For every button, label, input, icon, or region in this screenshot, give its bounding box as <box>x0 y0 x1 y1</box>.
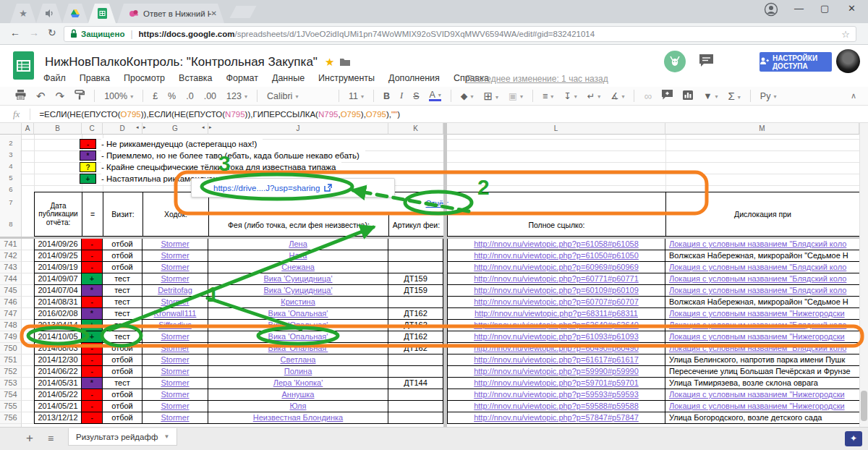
cell-link[interactable]: Kronwall111 <box>154 309 197 318</box>
legend-swatch[interactable]: - <box>80 139 96 149</box>
vertical-scrollbar[interactable] <box>859 123 868 427</box>
more-formats-button[interactable]: 123 <box>226 91 247 101</box>
cell-date[interactable]: 2014/05/31 <box>34 378 82 389</box>
italic-button[interactable]: I <box>400 90 403 101</box>
cell-link[interactable]: Stormer <box>161 390 189 399</box>
cell-link[interactable]: Вика 'Опальная' <box>268 332 328 341</box>
cell-location[interactable]: Волжская Набережная, микрорайон "Седьмое… <box>665 250 859 262</box>
cell-url[interactable]: http://nnov.nu/viewtopic.php?p=60490#p60… <box>447 343 665 355</box>
cell-hodok[interactable]: Stormer <box>142 239 208 250</box>
cell-date[interactable]: 2014/09/25 <box>34 250 82 262</box>
cell-feya[interactable]: Ната <box>208 250 388 262</box>
row-number[interactable]: 750 <box>0 343 22 355</box>
row-number[interactable]: 743 <box>0 262 22 273</box>
cell-link[interactable]: http://nnov.nu/viewtopic.php?p=61093#p61… <box>474 332 639 341</box>
cell-link[interactable]: Локация с условным названием "Нижегородс… <box>669 309 845 318</box>
new-tab-button[interactable] <box>229 6 256 18</box>
cell-location[interactable]: Локация с условным названием "Блядский к… <box>665 320 859 331</box>
google-sheets-logo[interactable] <box>13 51 34 82</box>
cell-feya[interactable]: Лера 'Кнопка' <box>208 378 388 389</box>
cell-link[interactable]: http://nnov.nu/viewtopic.php?p=60969#p60… <box>474 263 639 271</box>
cell-visit[interactable]: тест <box>103 297 142 308</box>
cell-location[interactable]: Волжская Набережная, микрорайон "Седьмое… <box>665 297 859 308</box>
legend-swatch[interactable]: ? <box>80 162 96 172</box>
cell-feya[interactable]: Полина <box>208 366 388 378</box>
cell-location[interactable]: Улица Богородского, возле детского сада <box>665 412 859 424</box>
cell-feya[interactable]: Лена <box>208 239 388 250</box>
cell-link[interactable]: Лера 'Кнопка' <box>273 378 323 387</box>
column-header-J[interactable]: J <box>208 123 388 135</box>
cell-location[interactable]: Локация с условным названием "Нижегородс… <box>665 389 859 401</box>
frozen-columns-divider[interactable] <box>443 123 447 427</box>
hidden-columns-marker[interactable]: ▸ <box>209 124 212 130</box>
cell-link[interactable]: Локация с условным названием "Блядский к… <box>669 263 846 271</box>
cell-location[interactable]: Локация с условным названием "Блядский к… <box>665 285 859 297</box>
row-number[interactable]: 748 <box>0 320 22 331</box>
cell-link[interactable]: Stormer <box>161 239 189 248</box>
cell-hodok[interactable]: Stormer <box>142 331 208 343</box>
cell-date[interactable]: 2014/10/05 <box>34 331 82 343</box>
cell-hodok[interactable]: Stormer <box>142 343 208 355</box>
cell-hodok[interactable]: Stormer <box>142 297 208 308</box>
menu-item[interactable]: Просмотр <box>124 73 165 83</box>
cell-link[interactable]: Stormer <box>161 355 189 364</box>
sheet-tab[interactable]: Ризультатэ рейдафф ▼ <box>68 428 177 446</box>
cell-link[interactable]: http://nnov.nu/viewtopic.php?p=61617#p61… <box>474 355 639 364</box>
browser-profile-icon[interactable] <box>764 2 778 19</box>
window-close-button[interactable]: ✕ <box>848 3 856 14</box>
share-button[interactable]: НАСТРОЙКИ ДОСТУПА <box>760 52 832 72</box>
cell-mark[interactable]: * <box>82 285 103 297</box>
row-number[interactable]: 753 <box>0 378 22 389</box>
cell-link[interactable]: Ната <box>289 251 307 260</box>
cell-artikul[interactable]: ДТ144 <box>388 378 443 389</box>
cell-date[interactable]: 2014/07/04 <box>34 285 82 297</box>
column-header-A[interactable]: A <box>22 123 34 135</box>
menu-item[interactable]: Файл <box>43 73 66 83</box>
cell-artikul[interactable] <box>388 366 443 378</box>
undo-icon[interactable]: ↶ <box>36 90 46 103</box>
menu-item[interactable]: Дополнения <box>388 73 440 83</box>
cell-link[interactable]: Stormer <box>161 367 189 375</box>
header-cell-url[interactable]: Полное сцылко: <box>447 214 666 237</box>
cell-visit[interactable]: тест <box>103 378 142 389</box>
comments-icon[interactable] <box>699 54 714 70</box>
frozen-rows-divider[interactable] <box>0 237 859 239</box>
cell-link[interactable]: Stormer <box>161 332 189 341</box>
cell-link[interactable]: http://nnov.nu/viewtopic.php?p=61050#p61… <box>474 251 639 260</box>
cell-link[interactable]: Юля <box>290 402 307 410</box>
cell-link[interactable]: http://nnov.nu/viewtopic.php?p=60109#p60… <box>474 286 639 294</box>
cell-hodok[interactable]: Stormer <box>142 273 208 285</box>
cell-mark[interactable]: - <box>82 366 103 378</box>
cell-location[interactable]: Локация с условным названием "Нижегородс… <box>665 331 859 343</box>
cell-link[interactable]: Вика 'Опальная' <box>268 320 328 329</box>
input-tools-button[interactable]: Ру <box>760 91 777 101</box>
cell-a[interactable] <box>22 262 34 273</box>
cell-location[interactable]: Локация с условным названием "Нижегородс… <box>665 401 859 412</box>
cell-link[interactable]: http://nnov.nu/viewtopic.php?p=59588#p59… <box>474 402 639 410</box>
cell-a[interactable] <box>22 412 34 424</box>
menu-item[interactable]: Инструменты <box>318 73 375 83</box>
cell-link[interactable]: http://nnov.nu/viewtopic.php?p=59990#p59… <box>474 367 639 375</box>
cell-date[interactable]: 2014/09/07 <box>34 273 82 285</box>
cell-visit[interactable]: отбой <box>103 389 142 401</box>
row-number[interactable]: 755 <box>0 401 22 412</box>
secure-badge[interactable]: Защищено <box>70 29 124 40</box>
font-size-select[interactable]: 11 <box>349 91 364 101</box>
refresh-icon[interactable]: ↻ <box>48 27 56 38</box>
cell-hodok[interactable]: Detritofag <box>142 285 208 297</box>
cell-hodok[interactable]: Stormer <box>142 412 208 424</box>
strikethrough-button[interactable]: S <box>413 91 419 101</box>
cell-link[interactable]: http://nnov.nu/viewtopic.php?p=60707#p60… <box>474 297 639 306</box>
cell-link[interactable]: Stormer <box>161 263 189 271</box>
sheet-tab-menu-icon[interactable]: ▼ <box>163 433 169 440</box>
cell-link[interactable]: Локация с условным названием "Блядский к… <box>669 344 846 352</box>
row-number[interactable]: 741 <box>0 239 22 250</box>
explore-button[interactable]: ✦ <box>845 431 862 446</box>
cell-a[interactable] <box>22 355 34 366</box>
row-number[interactable]: 8 <box>0 220 22 228</box>
cell-mark[interactable]: - <box>82 412 103 424</box>
cell-mark[interactable]: - <box>82 389 103 401</box>
cell-location[interactable]: Локация с условным названием "Блядский к… <box>665 343 859 355</box>
font-select[interactable]: Calibri <box>267 91 329 101</box>
menu-item[interactable]: Формат <box>226 73 258 83</box>
